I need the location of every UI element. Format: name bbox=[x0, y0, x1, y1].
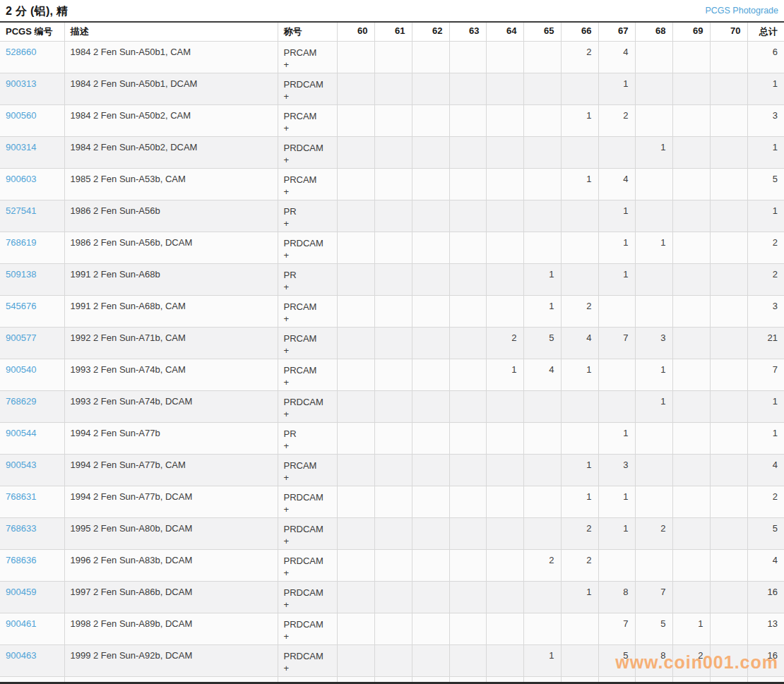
grade-61-cell bbox=[374, 232, 412, 264]
total-cell: 2 bbox=[747, 264, 784, 296]
pcgs-number-link[interactable]: 900461 bbox=[6, 618, 36, 629]
topbar: 2 分 (铝), 精 PCGS Photograde bbox=[0, 0, 784, 21]
grade-68-cell: 8 bbox=[635, 645, 672, 677]
coin-description: 1994 2 Fen Sun-A77b bbox=[64, 423, 278, 455]
total-cell: 4 bbox=[747, 550, 784, 582]
grade-61-cell bbox=[374, 105, 412, 137]
coin-description: 1997 2 Fen Sun-A86b, DCAM bbox=[64, 582, 278, 613]
pcgs-number-link[interactable]: 509138 bbox=[6, 269, 36, 280]
pcgs-number-link[interactable]: 900540 bbox=[6, 364, 36, 375]
pcgs-number-link[interactable]: 768633 bbox=[6, 523, 36, 534]
grade-69-cell: 1 bbox=[672, 613, 710, 645]
grade-70-cell bbox=[710, 200, 747, 232]
pcgs-number-link[interactable]: 900463 bbox=[6, 650, 36, 661]
designation-cell: PRDCAM + bbox=[278, 550, 337, 582]
grade-69-cell bbox=[672, 391, 710, 423]
grade-67-cell: 1 bbox=[598, 73, 635, 105]
pcgs-number-link[interactable]: 900459 bbox=[6, 587, 36, 597]
grade-64-cell bbox=[486, 264, 523, 296]
designation-cell: PRCAM + bbox=[278, 105, 337, 137]
grade-60-cell bbox=[337, 232, 374, 264]
grade-67-cell: 3 bbox=[598, 455, 635, 486]
grade-63-cell bbox=[449, 137, 486, 169]
total-cell: 13 bbox=[747, 613, 784, 645]
grade-66-cell: 1 bbox=[561, 486, 598, 518]
grade-68-cell bbox=[635, 455, 672, 486]
pcgs-number-link[interactable]: 527541 bbox=[6, 205, 36, 216]
grade-64-cell bbox=[486, 423, 523, 455]
pcgs-number-cell: 900314 bbox=[0, 137, 64, 169]
pcgs-number-link[interactable]: 900543 bbox=[6, 460, 36, 470]
grade-69-cell bbox=[672, 264, 710, 296]
grade-63-cell bbox=[449, 423, 486, 455]
grade-64-cell bbox=[486, 582, 523, 613]
pcgs-number-link[interactable]: 545676 bbox=[6, 301, 36, 311]
grade-70-cell bbox=[710, 645, 747, 677]
pcgs-number-link[interactable]: 900577 bbox=[6, 332, 36, 343]
grade-66-cell: 2 bbox=[561, 296, 598, 328]
pcgs-number-link[interactable]: 900544 bbox=[6, 428, 36, 438]
grade-67-cell: 7 bbox=[598, 328, 635, 359]
grade-60-cell bbox=[337, 518, 374, 550]
table-header-row: PCGS 编号描述称号6061626364656667686970总计 bbox=[0, 22, 784, 42]
coin-description: 1993 2 Fen Sun-A74b, CAM bbox=[64, 359, 278, 391]
photograde-link[interactable]: PCGS Photograde bbox=[705, 6, 778, 16]
coin-description: 1992 2 Fen Sun-A71b, CAM bbox=[64, 328, 278, 359]
grade-62-cell bbox=[412, 264, 449, 296]
designation-cell: PRDCAM + bbox=[278, 486, 337, 518]
grade-61-cell bbox=[374, 200, 412, 232]
pcgs-number-link[interactable]: 768629 bbox=[6, 396, 36, 407]
grade-61-cell bbox=[374, 264, 412, 296]
grade-64-cell bbox=[486, 645, 523, 677]
coin-description: 1986 2 Fen Sun-A56b bbox=[64, 200, 278, 232]
table-row: 9005441994 2 Fen Sun-A77bPR +11 bbox=[0, 423, 784, 455]
grade-68-cell: 3 bbox=[635, 328, 672, 359]
designation-cell: PRDCAM + bbox=[278, 645, 337, 677]
grade-67-cell: 8 bbox=[598, 582, 635, 613]
grade-64-cell bbox=[486, 232, 523, 264]
grade-66-cell: 1 bbox=[561, 169, 598, 200]
total-cell: 1 bbox=[747, 391, 784, 423]
grade-62-cell bbox=[412, 423, 449, 455]
table-row: 9005601984 2 Fen Sun-A50b2, CAMPRCAM +12… bbox=[0, 105, 784, 137]
grade-64-cell bbox=[486, 296, 523, 328]
grade-63-cell bbox=[449, 582, 486, 613]
pcgs-number-cell: 900543 bbox=[0, 455, 64, 486]
grade-65-cell bbox=[523, 391, 561, 423]
grade-68-cell bbox=[635, 550, 672, 582]
grade-61-cell bbox=[374, 42, 412, 73]
pcgs-number-link[interactable]: 900560 bbox=[6, 110, 36, 121]
pcgs-number-link[interactable]: 900603 bbox=[6, 174, 36, 184]
grade-70-cell bbox=[710, 264, 747, 296]
grade-65-cell: 1 bbox=[523, 264, 561, 296]
grade-69-cell: 2 bbox=[672, 645, 710, 677]
coin-description: 1994 2 Fen Sun-A77b, DCAM bbox=[64, 486, 278, 518]
grade-62-cell bbox=[412, 391, 449, 423]
grade-61-cell bbox=[374, 73, 412, 105]
grade-65-cell bbox=[523, 423, 561, 455]
coin-description: 1991 2 Fen Sun-A68b, CAM bbox=[64, 296, 278, 328]
pcgs-number-link[interactable]: 528660 bbox=[6, 47, 36, 57]
grade-61-cell bbox=[374, 328, 412, 359]
pcgs-number-cell: 527541 bbox=[0, 200, 64, 232]
grade-69-cell bbox=[672, 582, 710, 613]
pcgs-number-link[interactable]: 768631 bbox=[6, 491, 36, 502]
total-cell: 4 bbox=[747, 455, 784, 486]
grade-69-cell bbox=[672, 42, 710, 73]
designation-cell: PRDCAM + bbox=[278, 613, 337, 645]
grade-65-cell bbox=[523, 232, 561, 264]
pcgs-number-link[interactable]: 900314 bbox=[6, 142, 36, 152]
pcgs-number-cell: 768629 bbox=[0, 391, 64, 423]
designation-cell: PR + bbox=[278, 264, 337, 296]
pcgs-number-link[interactable]: 768636 bbox=[6, 555, 36, 565]
pcgs-number-cell: 900544 bbox=[0, 423, 64, 455]
column-header-62: 62 bbox=[412, 22, 449, 42]
pcgs-number-link[interactable]: 768619 bbox=[6, 237, 36, 248]
designation-cell: PRDCAM + bbox=[278, 391, 337, 423]
grade-63-cell bbox=[449, 645, 486, 677]
grade-65-cell bbox=[523, 486, 561, 518]
pcgs-number-link[interactable]: 900313 bbox=[6, 78, 36, 89]
grade-63-cell bbox=[449, 73, 486, 105]
grade-65-cell bbox=[523, 169, 561, 200]
grade-64-cell bbox=[486, 550, 523, 582]
